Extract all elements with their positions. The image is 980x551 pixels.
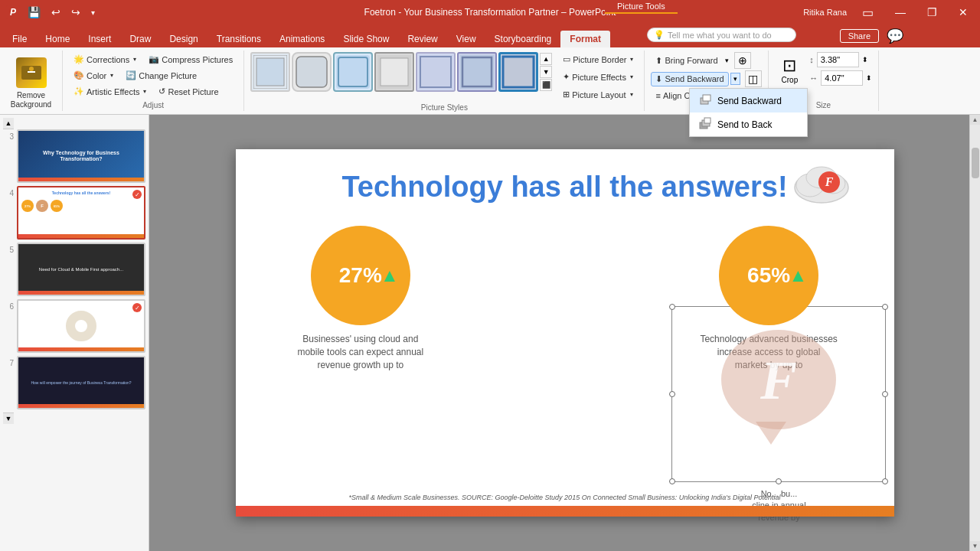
slide-thumb-container-6: 6 ✓ bbox=[3, 299, 145, 353]
tab-view[interactable]: View bbox=[447, 31, 485, 47]
slide-orange-bar bbox=[236, 506, 894, 517]
style-thumb-7[interactable] bbox=[498, 52, 538, 92]
tab-storyboarding[interactable]: Storyboarding bbox=[485, 31, 561, 47]
handle-bottom-right[interactable] bbox=[882, 478, 888, 484]
change-picture-btn[interactable]: 🔄 Change Picture bbox=[121, 68, 201, 83]
undo-quick-btn[interactable]: ↩ bbox=[48, 5, 64, 20]
handle-top-left[interactable] bbox=[669, 304, 675, 310]
restore-btn[interactable]: ❐ bbox=[921, 5, 943, 20]
slide-thumb-container-7: 7 How will empower the journey of Busine… bbox=[3, 356, 145, 409]
title-text: Foetron - Your Business Transformation P… bbox=[364, 7, 616, 18]
picture-styles-label: Picture Styles bbox=[250, 103, 638, 112]
style-thumb-2[interactable] bbox=[292, 52, 332, 92]
crop-label: Crop bbox=[782, 76, 799, 84]
picture-tools-label: Picture Tools bbox=[605, 0, 678, 14]
stat-item-2[interactable]: ↻ bbox=[495, 226, 633, 402]
slide-thumb-7[interactable]: How will empower the journey of Business… bbox=[17, 356, 145, 409]
slide-thumb-3[interactable]: Why Technology for Business Transformati… bbox=[17, 129, 145, 183]
bring-forward-arrow[interactable]: ▾ bbox=[724, 56, 730, 65]
reset-picture-btn[interactable]: ↺ Reset Picture bbox=[154, 84, 223, 99]
tab-file[interactable]: File bbox=[3, 31, 36, 47]
save-quick-btn[interactable]: 💾 bbox=[24, 5, 44, 20]
slide-thumb-4[interactable]: Technology has all the answers! 27% F 65… bbox=[17, 186, 145, 240]
svg-rect-9 bbox=[419, 55, 452, 89]
tab-insert[interactable]: Insert bbox=[79, 31, 120, 47]
width-input[interactable] bbox=[821, 70, 863, 86]
styles-scroll-down[interactable]: ▼ bbox=[540, 66, 552, 78]
height-input[interactable] bbox=[817, 52, 859, 67]
close-btn[interactable]: ✕ bbox=[952, 5, 974, 20]
handle-bottom-left[interactable] bbox=[669, 478, 675, 484]
tab-animations[interactable]: Animations bbox=[270, 31, 334, 47]
slides-scroll-up[interactable]: ▲ bbox=[3, 118, 14, 129]
send-backward-btn[interactable]: ⬇ Send Backward bbox=[651, 72, 728, 86]
picture-effects-btn[interactable]: ✦ Picture Effects ▾ bbox=[558, 70, 638, 84]
comment-btn[interactable]: 💬 bbox=[887, 28, 903, 44]
adjust-row3: ✨ Artistic Effects ▾ ↺ Reset Picture bbox=[69, 84, 224, 99]
scroll-up-arrow[interactable]: ▲ bbox=[970, 115, 980, 125]
selected-image-box[interactable]: ↻ bbox=[671, 306, 886, 482]
handle-mid-right[interactable] bbox=[882, 391, 888, 397]
svg-marker-27 bbox=[756, 422, 786, 445]
slides-scroll-down[interactable]: ▼ bbox=[3, 412, 14, 424]
width-spinner[interactable]: ⬍ bbox=[866, 74, 872, 82]
tab-review[interactable]: Review bbox=[398, 31, 446, 47]
styles-scroll-up[interactable]: ▲ bbox=[540, 53, 552, 65]
scroll-thumb[interactable] bbox=[972, 148, 979, 178]
tab-draw[interactable]: Draw bbox=[120, 31, 160, 47]
border-icon: ▭ bbox=[563, 54, 570, 64]
style-thumb-4[interactable] bbox=[374, 52, 414, 92]
customize-quick-btn[interactable]: ▾ bbox=[88, 7, 98, 18]
layout-btn[interactable]: ▭ bbox=[856, 4, 880, 21]
compress-pictures-btn[interactable]: 📷 Compress Pictures bbox=[144, 52, 237, 67]
style-thumb-1[interactable] bbox=[250, 52, 290, 92]
slide-thumb-6[interactable]: ✓ bbox=[17, 299, 145, 353]
remove-bg-label: RemoveBackground bbox=[11, 91, 51, 109]
bring-forward-btn[interactable]: ⬆ Bring Forward bbox=[651, 54, 722, 68]
handle-top-right[interactable] bbox=[882, 304, 888, 310]
corrections-icon: 🌟 bbox=[74, 54, 84, 64]
stat-percent-3: 65% bbox=[747, 263, 790, 288]
remove-background-btn[interactable]: RemoveBackground bbox=[6, 52, 56, 115]
scroll-down-arrow[interactable]: ▼ bbox=[970, 541, 980, 551]
svg-rect-11 bbox=[460, 55, 494, 89]
min-btn[interactable]: — bbox=[889, 5, 912, 20]
color-btn[interactable]: 🎨 Color ▾ bbox=[69, 68, 118, 83]
position-btn[interactable]: ⊕ bbox=[734, 52, 751, 69]
slide6-orange-bar bbox=[18, 347, 144, 351]
ribbon: RemoveBackground 🌟 Corrections ▾ 📷 Compr… bbox=[0, 47, 980, 115]
tab-transitions[interactable]: Transitions bbox=[207, 31, 270, 47]
artistic-effects-btn[interactable]: ✨ Artistic Effects ▾ bbox=[69, 84, 151, 99]
handle-bottom-center[interactable] bbox=[776, 478, 782, 484]
style-thumb-6[interactable] bbox=[457, 52, 497, 92]
crop-btn[interactable]: ⊡ Crop bbox=[775, 52, 805, 88]
send-backward-dropdown-btn[interactable]: ▾ bbox=[730, 73, 740, 85]
svg-text:F: F bbox=[824, 175, 833, 188]
v-scrollbar: ▲ ▼ bbox=[969, 115, 980, 551]
slide-thumb-5[interactable]: Need for Cloud & Mobile First approach..… bbox=[17, 243, 145, 296]
handle-mid-left[interactable] bbox=[669, 391, 675, 397]
style-thumb-5[interactable] bbox=[416, 52, 456, 92]
picture-layout-btn[interactable]: ⊞ Picture Layout ▾ bbox=[558, 87, 638, 102]
title-right: Ritika Rana ▭ — ❐ ✕ bbox=[803, 4, 974, 21]
tab-design[interactable]: Design bbox=[160, 31, 207, 47]
app-icon: P bbox=[6, 5, 20, 19]
height-spinner[interactable]: ⬍ bbox=[862, 56, 868, 64]
layout-icon: ⊞ bbox=[563, 90, 570, 99]
tell-me-bar[interactable]: 💡 Tell me what you want to do bbox=[647, 28, 796, 42]
corrections-btn[interactable]: 🌟 Corrections ▾ bbox=[69, 52, 141, 67]
tab-slideshow[interactable]: Slide Show bbox=[334, 31, 398, 47]
picture-border-btn[interactable]: ▭ Picture Border ▾ bbox=[558, 52, 638, 67]
share-area: Share 💬 bbox=[840, 28, 903, 44]
dropdown-item-send-to-back[interactable]: Send to Back bbox=[690, 112, 807, 136]
color-icon: 🎨 bbox=[74, 70, 84, 80]
share-btn[interactable]: Share bbox=[840, 29, 879, 43]
styles-scroll-more[interactable]: ⬛ bbox=[540, 79, 552, 91]
tab-format[interactable]: Format bbox=[560, 31, 610, 47]
redo-quick-btn[interactable]: ↪ bbox=[68, 5, 83, 20]
tab-home[interactable]: Home bbox=[36, 31, 79, 47]
dropdown-item-send-backward[interactable]: Send Backward bbox=[690, 89, 807, 112]
send-to-back-menu-icon bbox=[699, 117, 711, 132]
selection-pane-btn[interactable]: ◫ bbox=[745, 70, 762, 87]
style-thumb-3[interactable] bbox=[333, 52, 373, 92]
